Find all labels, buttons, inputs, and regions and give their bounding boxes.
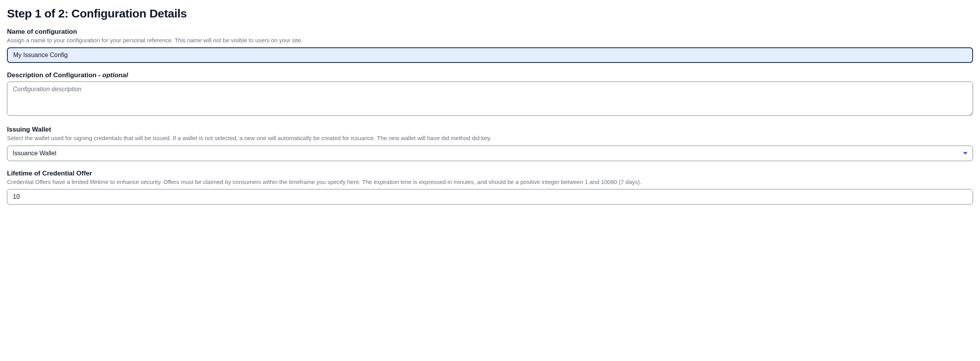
field-group-wallet: Issuing Wallet Select the wallet used fo… [7, 126, 973, 161]
lifetime-label: Lifetime of Credential Offer [7, 170, 973, 177]
description-label-text: Description of Configuration [7, 71, 98, 79]
name-label: Name of configuration [7, 28, 973, 36]
description-textarea[interactable] [7, 82, 973, 116]
page-title: Step 1 of 2: Configuration Details [7, 7, 973, 20]
field-group-description: Description of Configuration - optional [7, 71, 973, 117]
lifetime-help-text: Credential Offers have a limited lifetim… [7, 178, 973, 186]
lifetime-input[interactable] [7, 189, 973, 205]
optional-flag: - optional [98, 71, 128, 79]
name-input[interactable] [7, 47, 973, 63]
wallet-help-text: Select the wallet used for signing crede… [7, 134, 973, 142]
wallet-select-wrapper: Issuance Wallet [7, 146, 973, 161]
wallet-select[interactable]: Issuance Wallet [7, 146, 973, 161]
description-label: Description of Configuration - optional [7, 71, 128, 79]
wallet-label: Issuing Wallet [7, 126, 973, 134]
name-help-text: Assign a name to your configuration for … [7, 36, 973, 44]
field-group-lifetime: Lifetime of Credential Offer Credential … [7, 170, 973, 205]
field-group-name: Name of configuration Assign a name to y… [7, 28, 973, 63]
wallet-selected-value: Issuance Wallet [13, 150, 56, 157]
